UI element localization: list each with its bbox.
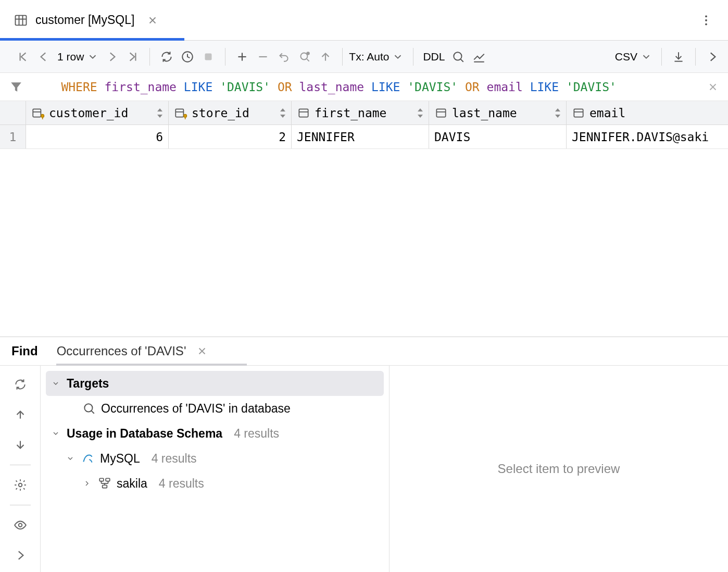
row-count-dropdown[interactable]: 1 row <box>57 51 98 63</box>
next-result-button[interactable] <box>10 434 31 455</box>
tab-overflow-menu[interactable] <box>696 10 717 31</box>
cell-store-id[interactable]: 2 <box>169 125 292 148</box>
chart-button[interactable] <box>469 46 489 67</box>
ddl-button[interactable]: DDL <box>423 51 445 63</box>
grid-header-row: customer_id store_id first_name <box>0 101 728 125</box>
svg-rect-27 <box>33 109 41 117</box>
svg-marker-38 <box>280 115 285 118</box>
clear-filter-button[interactable] <box>707 81 719 93</box>
sort-icon[interactable] <box>157 108 163 118</box>
svg-marker-31 <box>157 108 162 111</box>
close-icon[interactable] <box>196 345 208 357</box>
search-button[interactable] <box>448 46 469 67</box>
svg-marker-32 <box>157 115 162 118</box>
svg-marker-37 <box>280 108 285 111</box>
tab-customer[interactable]: customer [MySQL] <box>0 0 170 40</box>
sakila-count: 4 results <box>159 477 204 491</box>
tree-node-mysql[interactable]: MySQL 4 results <box>41 446 389 471</box>
expand-button[interactable] <box>10 545 31 566</box>
separator <box>661 48 662 66</box>
sort-icon[interactable] <box>555 108 561 118</box>
submit-button[interactable] <box>315 46 336 67</box>
occurrences-label: Occurrences of 'DAVIS' in database <box>101 402 291 416</box>
svg-marker-24 <box>11 82 21 91</box>
filter-bar[interactable]: WHERE first_name LIKE 'DAVIS' OR last_na… <box>0 73 728 101</box>
svg-marker-45 <box>555 108 560 111</box>
separator <box>10 505 31 505</box>
tree-node-usage[interactable]: Usage in Database Schema 4 results <box>41 421 389 446</box>
column-header-customer-id[interactable]: customer_id <box>26 101 169 125</box>
tx-mode-dropdown[interactable]: Tx: Auto <box>349 51 404 63</box>
close-icon[interactable] <box>147 15 158 26</box>
find-sidebar <box>0 366 41 572</box>
svg-point-35 <box>184 114 186 117</box>
separator <box>149 48 150 66</box>
row-count-label: 1 row <box>57 51 84 63</box>
svg-marker-42 <box>418 115 423 118</box>
key-column-icon <box>31 106 45 120</box>
find-results-tree: Targets Occurrences of 'DAVIS' in databa… <box>41 366 390 572</box>
svg-rect-57 <box>99 478 104 481</box>
tree-node-sakila[interactable]: sakila 4 results <box>41 471 389 496</box>
find-panel-tabs: Find Occurrences of 'DAVIS' <box>0 337 728 366</box>
cell-first-name[interactable]: JENNIFER <box>292 125 429 148</box>
more-button[interactable] <box>702 46 723 67</box>
first-page-button[interactable] <box>12 46 33 67</box>
svg-marker-41 <box>418 108 423 111</box>
svg-rect-0 <box>16 15 27 25</box>
svg-point-6 <box>705 15 707 17</box>
next-page-button[interactable] <box>102 46 122 67</box>
refresh-button[interactable] <box>156 46 177 67</box>
filter-icon <box>9 80 23 94</box>
export-format-dropdown[interactable]: CSV <box>615 51 652 63</box>
find-tab-occurrences[interactable]: Occurrences of 'DAVIS' <box>57 337 208 365</box>
schema-icon <box>98 477 111 490</box>
rerun-button[interactable] <box>10 374 31 395</box>
svg-point-19 <box>454 52 462 60</box>
preview-placeholder: Select item to preview <box>498 462 620 476</box>
preview-changes-button[interactable] <box>294 46 315 67</box>
settings-button[interactable] <box>10 475 31 495</box>
add-row-button[interactable] <box>232 46 253 67</box>
svg-line-20 <box>461 59 463 61</box>
prev-page-button[interactable] <box>33 46 54 67</box>
tree-node-targets[interactable]: Targets <box>46 371 384 396</box>
stop-button[interactable] <box>198 46 219 67</box>
chevron-down-icon <box>641 51 652 63</box>
column-header-last-name[interactable]: last_name <box>429 101 567 125</box>
svg-line-56 <box>91 411 94 413</box>
search-icon <box>82 402 96 415</box>
cell-email[interactable]: JENNIFER.DAVIS@saki <box>567 125 728 148</box>
download-button[interactable] <box>668 46 689 67</box>
export-format-label: CSV <box>615 51 637 63</box>
svg-rect-47 <box>574 109 583 117</box>
column-header-email[interactable]: email <box>567 101 728 125</box>
history-button[interactable] <box>177 46 198 67</box>
cell-last-name[interactable]: DAVIS <box>429 125 567 148</box>
find-panel: Find Occurrences of 'DAVIS' <box>0 337 728 572</box>
prev-result-button[interactable] <box>10 404 31 425</box>
last-page-button[interactable] <box>122 46 143 67</box>
svg-point-29 <box>41 114 44 117</box>
find-tab-indicator <box>56 364 247 366</box>
preview-toggle-button[interactable] <box>10 515 31 536</box>
usage-count: 4 results <box>234 427 279 441</box>
row-number-header <box>0 101 26 125</box>
column-header-store-id[interactable]: store_id <box>169 101 292 125</box>
sort-icon[interactable] <box>280 108 286 118</box>
revert-button[interactable] <box>273 46 294 67</box>
table-row[interactable]: 1 6 2 JENNIFER DAVIS JENNIFER.DAVIS@saki <box>0 125 728 149</box>
sort-icon[interactable] <box>417 108 423 118</box>
sakila-label: sakila <box>117 477 147 491</box>
table-icon <box>14 13 28 28</box>
column-header-first-name[interactable]: first_name <box>292 101 429 125</box>
svg-rect-59 <box>103 485 107 488</box>
cell-customer-id[interactable]: 6 <box>26 125 169 148</box>
ddl-label: DDL <box>423 51 445 63</box>
tree-node-occurrences[interactable]: Occurrences of 'DAVIS' in database <box>41 396 389 421</box>
svg-point-55 <box>84 404 92 412</box>
mysql-count: 4 results <box>152 452 197 466</box>
mysql-icon <box>81 452 95 465</box>
chevron-down-icon <box>65 454 76 463</box>
delete-row-button[interactable] <box>253 46 273 67</box>
